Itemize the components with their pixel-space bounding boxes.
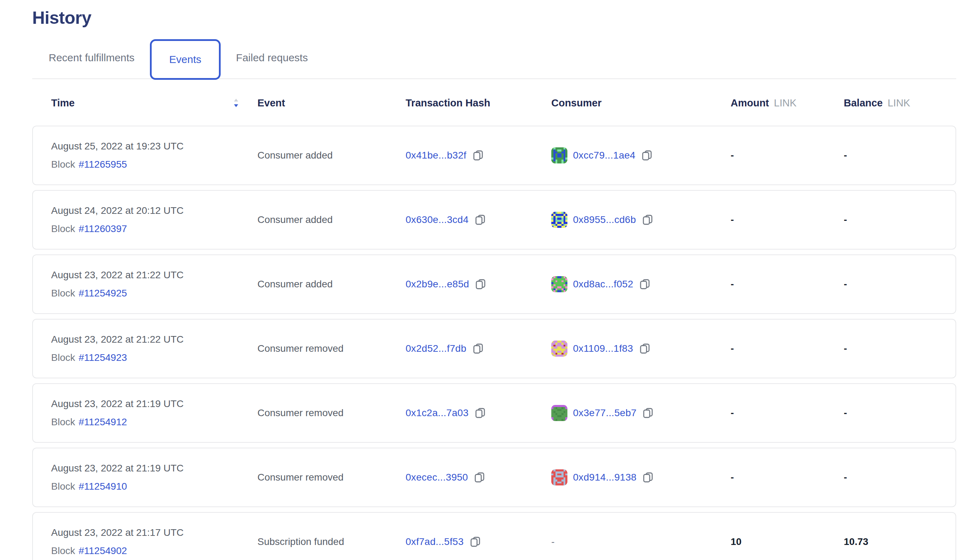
row-date: August 23, 2022 at 21:19 UTC (51, 398, 257, 410)
row-event: Consumer removed (257, 472, 406, 483)
tab-recent-fulfillments[interactable]: Recent fulfillments (48, 52, 134, 64)
copy-icon[interactable] (473, 472, 485, 483)
consumer-avatar (551, 147, 567, 163)
tx-hash-link[interactable]: 0xecec...3950 (406, 472, 468, 483)
column-header-event: Event (257, 97, 406, 109)
column-header-amount: Amount LINK (731, 97, 844, 109)
block-number-link[interactable]: #11254902 (79, 545, 127, 556)
row-amount: - (731, 343, 844, 354)
row-balance: - (844, 472, 937, 483)
row-event: Consumer removed (257, 343, 406, 354)
copy-icon[interactable] (639, 343, 651, 355)
consumer-avatar (551, 469, 567, 485)
block-label: Block (51, 545, 75, 556)
copy-icon[interactable] (469, 536, 481, 548)
consumer-address-link[interactable]: 0xd914...9138 (573, 472, 636, 483)
row-balance: - (844, 150, 937, 161)
row-date: August 23, 2022 at 21:19 UTC (51, 463, 257, 474)
block-number-link[interactable]: #11265955 (79, 159, 127, 170)
row-event: Consumer added (257, 150, 406, 161)
table-row: August 23, 2022 at 21:19 UTC Block#11254… (32, 448, 956, 507)
row-amount: 10 (731, 536, 844, 547)
row-date: August 24, 2022 at 20:12 UTC (51, 205, 257, 216)
block-label: Block (51, 223, 75, 234)
page-title: History (32, 8, 973, 28)
consumer-address-link[interactable]: 0x1109...1f83 (573, 343, 633, 354)
row-date: August 23, 2022 at 21:22 UTC (51, 270, 257, 281)
table-header: Time Event Transaction Hash Consumer Amo… (32, 79, 956, 126)
row-balance: 10.73 (844, 536, 937, 547)
table-row: August 25, 2022 at 19:23 UTC Block#11265… (32, 126, 956, 185)
consumer-avatar (551, 276, 567, 292)
copy-icon[interactable] (472, 150, 484, 162)
row-amount: - (731, 407, 844, 418)
column-header-tx: Transaction Hash (406, 97, 551, 109)
table-row: August 23, 2022 at 21:17 UTC Block#11254… (32, 512, 956, 560)
block-number-link[interactable]: #11254925 (79, 288, 127, 298)
block-label: Block (51, 288, 75, 298)
block-number-link[interactable]: #11254923 (79, 352, 127, 363)
block-number-link[interactable]: #11254912 (79, 417, 127, 427)
copy-icon[interactable] (642, 214, 654, 226)
consumer-address-link[interactable]: 0x3e77...5eb7 (573, 407, 636, 418)
row-amount: - (731, 278, 844, 290)
row-balance: - (844, 407, 937, 418)
row-balance: - (844, 278, 937, 290)
tx-hash-link[interactable]: 0x630e...3cd4 (406, 214, 469, 225)
table-row: August 23, 2022 at 21:22 UTC Block#11254… (32, 319, 956, 378)
row-event: Consumer added (257, 214, 406, 225)
column-header-balance: Balance LINK (844, 97, 937, 109)
tx-hash-link[interactable]: 0xf7ad...5f53 (406, 536, 464, 547)
tab-bar: Recent fulfillments Events Failed reques… (32, 37, 956, 79)
row-event: Consumer added (257, 278, 406, 290)
block-number-link[interactable]: #11260397 (79, 223, 127, 234)
block-label: Block (51, 159, 75, 170)
copy-icon[interactable] (641, 150, 653, 162)
consumer-avatar (551, 340, 567, 357)
block-label: Block (51, 481, 75, 492)
table-row: August 23, 2022 at 21:22 UTC Block#11254… (32, 255, 956, 314)
consumer-address-link[interactable]: 0xcc79...1ae4 (573, 150, 635, 161)
column-header-time[interactable]: Time (51, 97, 257, 109)
row-date: August 25, 2022 at 19:23 UTC (51, 141, 257, 152)
row-event: Consumer removed (257, 407, 406, 418)
row-date: August 23, 2022 at 21:17 UTC (51, 527, 257, 538)
block-number-link[interactable]: #11254910 (79, 481, 127, 492)
table-row: August 23, 2022 at 21:19 UTC Block#11254… (32, 383, 956, 443)
row-date: August 23, 2022 at 21:22 UTC (51, 334, 257, 345)
tx-hash-link[interactable]: 0x2b9e...e85d (406, 278, 469, 290)
consumer-address-link[interactable]: 0xd8ac...f052 (573, 278, 633, 290)
copy-icon[interactable] (472, 343, 484, 355)
tx-hash-link[interactable]: 0x1c2a...7a03 (406, 407, 469, 418)
tx-hash-link[interactable]: 0x41be...b32f (406, 150, 466, 161)
block-label: Block (51, 417, 75, 427)
copy-icon[interactable] (475, 278, 486, 290)
sort-descending-icon[interactable] (233, 98, 239, 109)
history-page: History Recent fulfillments Events Faile… (0, 8, 973, 560)
tx-hash-link[interactable]: 0x2d52...f7db (406, 343, 466, 354)
copy-icon[interactable] (474, 407, 486, 419)
row-amount: - (731, 472, 844, 483)
consumer-avatar (551, 405, 567, 421)
consumer-empty: - (551, 536, 555, 547)
amount-unit-label: LINK (774, 97, 796, 109)
consumer-address-link[interactable]: 0x8955...cd6b (573, 214, 636, 225)
row-balance: - (844, 214, 937, 225)
table-row: August 24, 2022 at 20:12 UTC Block#11260… (32, 190, 956, 250)
balance-unit-label: LINK (888, 97, 910, 109)
tab-failed-requests[interactable]: Failed requests (236, 52, 308, 64)
copy-icon[interactable] (642, 407, 654, 419)
consumer-avatar (551, 212, 567, 228)
copy-icon[interactable] (642, 472, 654, 483)
copy-icon[interactable] (639, 278, 651, 290)
block-label: Block (51, 352, 75, 363)
row-balance: - (844, 343, 937, 354)
column-header-consumer: Consumer (551, 97, 731, 109)
copy-icon[interactable] (474, 214, 486, 226)
tab-events[interactable]: Events (150, 39, 221, 80)
row-amount: - (731, 214, 844, 225)
row-amount: - (731, 150, 844, 161)
row-event: Subscription funded (257, 536, 406, 547)
